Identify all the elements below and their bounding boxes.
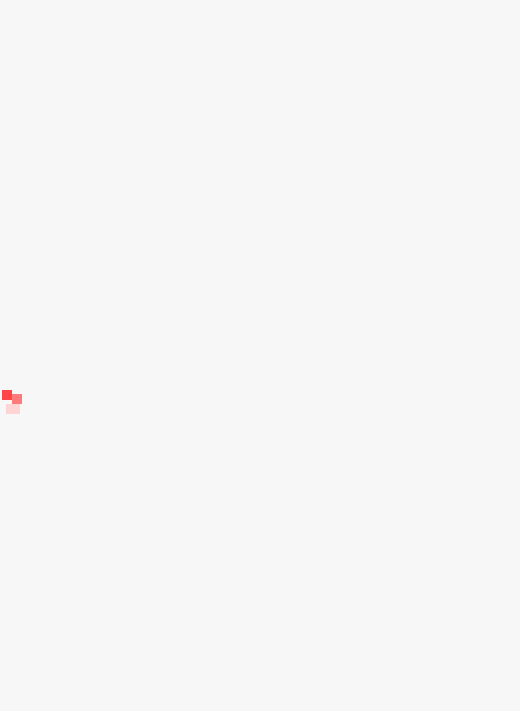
image-artifact: [2, 390, 34, 418]
connector-layer: [0, 0, 520, 711]
